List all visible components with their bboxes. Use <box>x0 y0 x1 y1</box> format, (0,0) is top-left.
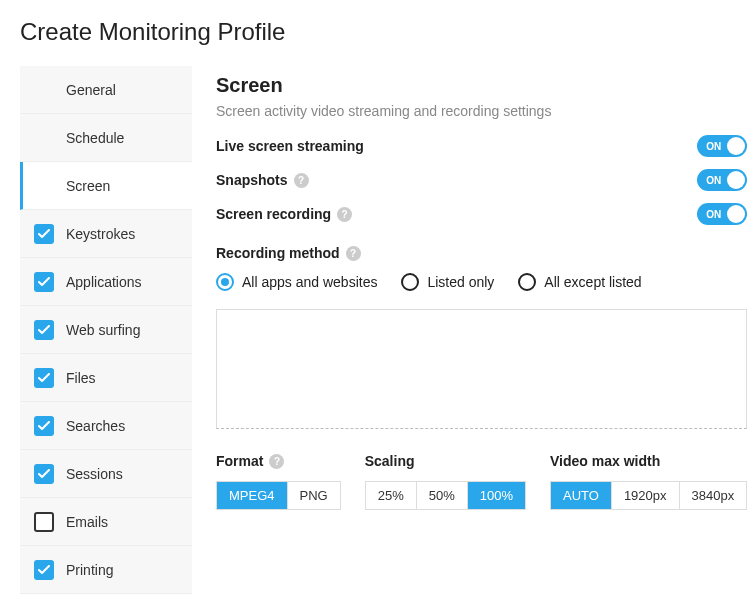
radio-icon[interactable] <box>518 273 536 291</box>
radio-icon[interactable] <box>401 273 419 291</box>
sidebar-item-files[interactable]: Files <box>20 354 192 402</box>
sidebar-item-label: Applications <box>66 274 142 290</box>
format-segmented: MPEG4PNG <box>216 481 341 510</box>
segment-button[interactable]: 50% <box>417 482 468 509</box>
sidebar-item-web-surfing[interactable]: Web surfing <box>20 306 192 354</box>
sidebar-item-general[interactable]: General <box>20 66 192 114</box>
help-icon[interactable]: ? <box>294 173 309 188</box>
sidebar: GeneralScheduleScreenKeystrokesApplicati… <box>20 66 192 594</box>
sidebar-item-applications[interactable]: Applications <box>20 258 192 306</box>
content-subtitle: Screen activity video streaming and reco… <box>216 103 747 119</box>
toggle-label: Snapshots? <box>216 172 309 188</box>
sidebar-item-label: Screen <box>66 178 110 194</box>
scaling-segmented: 25%50%100% <box>365 481 526 510</box>
toggle-label: Live screen streaming <box>216 138 364 154</box>
video-max-width-label: Video max width <box>550 453 747 469</box>
radio-selected-icon[interactable] <box>216 273 234 291</box>
checkbox-on-icon[interactable] <box>34 224 54 244</box>
page-title: Create Monitoring Profile <box>20 18 736 46</box>
sidebar-item-label: Keystrokes <box>66 226 135 242</box>
toggle-label: Screen recording? <box>216 206 352 222</box>
sidebar-item-label: Emails <box>66 514 108 530</box>
sidebar-item-schedule[interactable]: Schedule <box>20 114 192 162</box>
checkbox-on-icon[interactable] <box>34 416 54 436</box>
radio-option[interactable]: Listed only <box>401 273 494 291</box>
sidebar-item-label: Searches <box>66 418 125 434</box>
sidebar-item-emails[interactable]: Emails <box>20 498 192 546</box>
scaling-label: Scaling <box>365 453 526 469</box>
segment-button[interactable]: MPEG4 <box>217 482 288 509</box>
video-max-width-segmented: AUTO1920px3840px <box>550 481 747 510</box>
checkbox-on-icon[interactable] <box>34 464 54 484</box>
content-panel: Screen Screen activity video streaming a… <box>216 66 747 594</box>
sidebar-item-sessions[interactable]: Sessions <box>20 450 192 498</box>
content-heading: Screen <box>216 74 747 97</box>
radio-option[interactable]: All apps and websites <box>216 273 377 291</box>
checkbox-on-icon[interactable] <box>34 272 54 292</box>
radio-label: Listed only <box>427 274 494 290</box>
toggle-row: Screen recording?ON <box>216 203 747 225</box>
radio-label: All apps and websites <box>242 274 377 290</box>
sidebar-item-keystrokes[interactable]: Keystrokes <box>20 210 192 258</box>
segment-button[interactable]: 3840px <box>680 482 747 509</box>
segment-button[interactable]: 100% <box>468 482 525 509</box>
recording-method-text: Recording method <box>216 245 340 261</box>
checkbox-on-icon[interactable] <box>34 320 54 340</box>
sidebar-item-label: Files <box>66 370 96 386</box>
checkbox-on-icon[interactable] <box>34 368 54 388</box>
sidebar-item-label: Schedule <box>66 130 124 146</box>
segment-button[interactable]: 1920px <box>612 482 680 509</box>
toggle-switch[interactable]: ON <box>697 135 747 157</box>
sidebar-item-searches[interactable]: Searches <box>20 402 192 450</box>
recording-method-label: Recording method ? <box>216 245 747 261</box>
radio-label: All except listed <box>544 274 641 290</box>
toggle-row: Snapshots?ON <box>216 169 747 191</box>
sidebar-item-label: General <box>66 82 116 98</box>
checkbox-off-icon[interactable] <box>34 512 54 532</box>
format-label: Format ? <box>216 453 341 469</box>
sidebar-item-label: Sessions <box>66 466 123 482</box>
recording-list-textarea[interactable] <box>216 309 747 429</box>
help-icon[interactable]: ? <box>337 207 352 222</box>
segment-button[interactable]: 25% <box>366 482 417 509</box>
sidebar-item-label: Printing <box>66 562 113 578</box>
help-icon[interactable]: ? <box>346 246 361 261</box>
recording-method-radios: All apps and websitesListed onlyAll exce… <box>216 273 747 291</box>
toggle-row: Live screen streamingON <box>216 135 747 157</box>
sidebar-item-printing[interactable]: Printing <box>20 546 192 594</box>
segment-button[interactable]: PNG <box>288 482 340 509</box>
toggle-switch[interactable]: ON <box>697 169 747 191</box>
radio-option[interactable]: All except listed <box>518 273 641 291</box>
checkbox-on-icon[interactable] <box>34 560 54 580</box>
sidebar-item-label: Web surfing <box>66 322 140 338</box>
sidebar-item-screen[interactable]: Screen <box>20 162 192 210</box>
help-icon[interactable]: ? <box>269 454 284 469</box>
segment-button[interactable]: AUTO <box>551 482 612 509</box>
toggle-switch[interactable]: ON <box>697 203 747 225</box>
